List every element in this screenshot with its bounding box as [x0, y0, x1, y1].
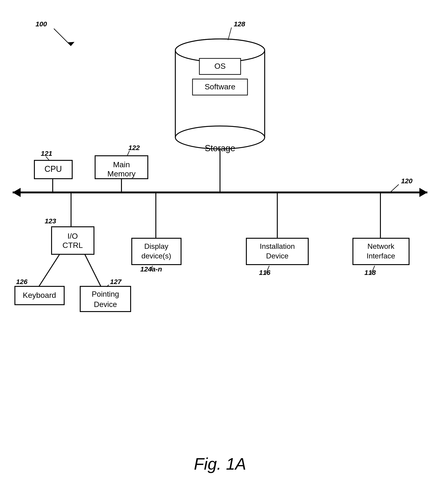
main-memory-label-line2: Memory [108, 169, 136, 178]
software-label: Software [205, 82, 235, 91]
network-ref: 118 [364, 269, 376, 276]
io-ctrl-label-line2: CTRL [63, 241, 83, 249]
bus-ref: 120 [401, 177, 412, 185]
pointing-label-line1: Pointing [92, 290, 119, 298]
figure-label: Fig. 1A [194, 455, 246, 473]
pointing-ref: 127 [110, 278, 122, 286]
main-ref-label: 100 [36, 20, 47, 28]
storage-ref: 128 [234, 20, 245, 28]
display-label-line1: Display [144, 242, 168, 250]
diagram-container: 100 Storage 128 OS Software 120 [0, 0, 440, 504]
svg-marker-11 [419, 188, 427, 197]
io-ctrl-ref: 123 [45, 217, 56, 225]
svg-line-18 [127, 151, 129, 156]
pointing-label-line2: Device [94, 300, 117, 309]
svg-line-6 [228, 27, 232, 40]
network-label-line2: Interface [367, 252, 395, 260]
installation-ref: 116 [259, 269, 270, 276]
display-label-line2: device(s) [141, 252, 171, 260]
svg-line-33 [85, 254, 101, 286]
display-ref: 124a-n [140, 265, 162, 273]
network-label-line1: Network [367, 242, 394, 250]
svg-rect-21 [52, 227, 94, 254]
io-ctrl-label-line1: I/O [67, 232, 78, 240]
main-memory-label-line1: Main [113, 160, 130, 169]
cpu-label: CPU [44, 164, 62, 174]
main-memory-ref: 122 [128, 144, 140, 151]
keyboard-label: Keyboard [23, 291, 56, 300]
svg-line-31 [39, 254, 60, 286]
keyboard-ref: 126 [16, 278, 28, 286]
installation-label-line1: Installation [260, 242, 295, 250]
svg-marker-10 [13, 188, 21, 197]
os-label: OS [214, 62, 225, 70]
cpu-ref: 121 [41, 150, 52, 157]
installation-label-line2: Device [266, 252, 289, 260]
